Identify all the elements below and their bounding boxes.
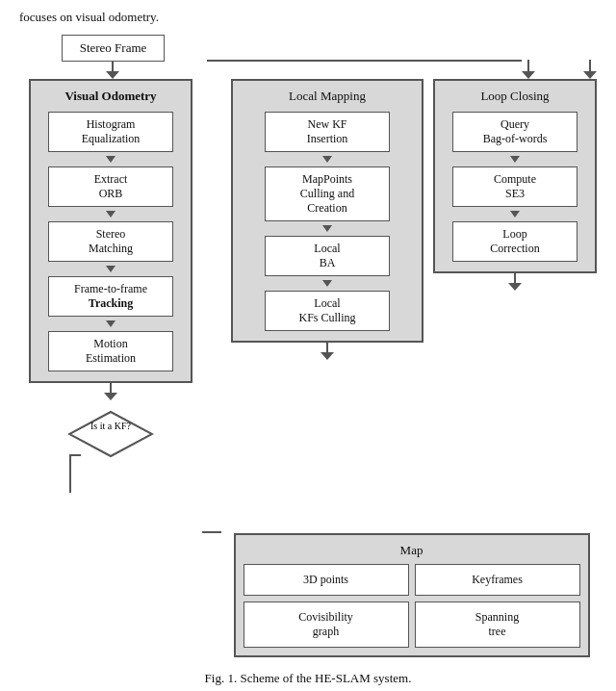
arrow-2 [106,211,116,218]
arrow-to-diamond [104,393,117,400]
stereo-frame-label: Stereo Frame [80,40,147,55]
lm-step-3: LocalBA [265,236,390,276]
intro-text: focuses on visual odometry. [19,10,597,25]
vo-container: Visual Odometry HistogramEqualization Ex… [29,79,192,383]
arrow-to-local-mapping [522,60,535,79]
map-item-4: Spanningtree [415,601,580,648]
lc-arrow-2 [510,211,520,218]
diamond-decision: Is it a KF? [67,410,154,458]
diagram-container: Stereo Frame [19,35,597,657]
map-item-2: Keyframes [415,564,580,596]
map-grid: 3D points Keyframes Covisibilitygraph Sp… [244,564,580,648]
vo-title: Visual Odometry [64,89,156,104]
arrow-to-loop-closing [583,60,597,79]
vo-step-5: MotionEstimation [48,331,173,371]
svg-text:Is it a KF?: Is it a KF? [90,421,132,431]
diamond-wrapper: Is it a KF? [67,410,154,493]
local-mapping-container: Local Mapping New KFInsertion MapPointsC… [231,79,424,343]
local-mapping-title: Local Mapping [289,89,366,104]
arrow-3 [106,266,116,272]
lc-step-2: ComputeSE3 [452,166,578,207]
vo-step-3: StereoMatching [48,221,173,262]
lm-step-2: MapPointsCulling andCreation [265,166,390,221]
map-item-3: Covisibilitygraph [244,601,409,648]
lm-arrow-1 [322,156,332,163]
loop-closing-container: Loop Closing QueryBag-of-words ComputeSE… [433,79,597,273]
lm-arrow-3 [322,280,332,287]
lc-arrow-1 [510,156,520,163]
lm-arrow-2 [322,225,332,232]
map-title: Map [244,543,580,558]
map-item-1: 3D points [244,564,409,596]
lc-step-3: LoopCorrection [452,221,578,262]
lc-arrow-to-map [508,283,522,291]
vo-step-2: ExtractORB [48,166,173,207]
stereo-frame-box: Stereo Frame [62,35,166,62]
fig-caption: Fig. 1. Scheme of the HE-SLAM system. [19,671,597,686]
arrow-stereo-to-vo [106,71,119,79]
arrow-4 [106,320,116,327]
vo-column: Visual Odometry HistogramEqualization Ex… [19,79,202,493]
loop-closing-title: Loop Closing [480,89,549,104]
local-mapping-column: Local Mapping New KFInsertion MapPointsC… [231,79,424,360]
vo-step-1: HistogramEqualization [48,112,173,152]
lc-step-1: QueryBag-of-words [452,112,578,152]
map-section: Map 3D points Keyframes Covisibilitygrap… [234,533,590,657]
arrow-1 [106,156,116,163]
lm-step-4: LocalKFs Culling [265,291,390,331]
lm-step-1: New KFInsertion [265,112,390,152]
loop-closing-column: Loop Closing QueryBag-of-words ComputeSE… [433,79,597,291]
vo-step-4: Frame-to-frameTracking [48,276,173,317]
lm-arrow-to-map [321,352,334,360]
svg-marker-0 [69,412,152,456]
